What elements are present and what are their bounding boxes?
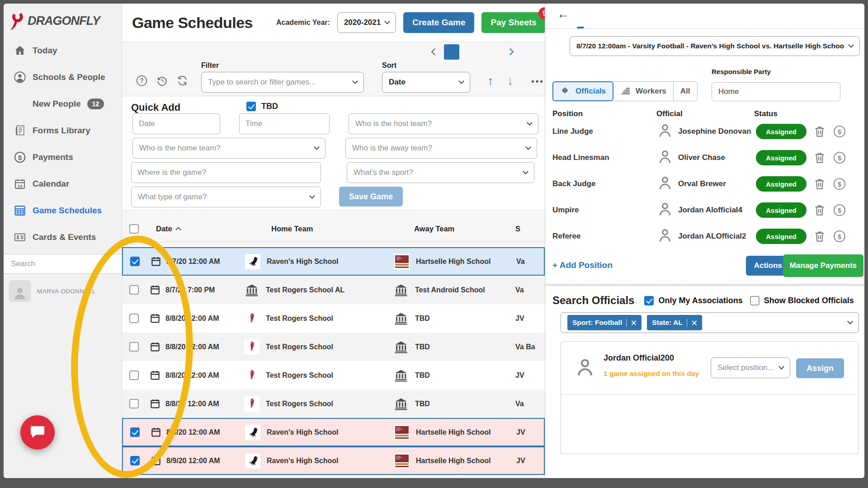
manage-payments-button[interactable]: Manage Payments <box>783 254 863 277</box>
table-row-8-9-20-12-00-am[interactable]: 8/9/20 12:00 AM Raven's High School Hart… <box>122 446 545 475</box>
remove-tag-icon[interactable] <box>631 320 637 326</box>
refresh-icon[interactable] <box>176 75 189 87</box>
sidebar-item-label: New People <box>33 99 81 109</box>
more-options-icon[interactable] <box>531 76 544 86</box>
add-position-link[interactable]: + Add Position <box>552 260 613 270</box>
row-checkbox[interactable] <box>129 314 139 323</box>
select-all-checkbox[interactable] <box>129 224 139 234</box>
table-row-8-7-20-7-00-pm[interactable]: 8/7/20 7:00 PM Test Rogers School AL Tes… <box>122 276 545 304</box>
away-team-select[interactable]: Who is the away team? <box>345 138 537 159</box>
bleachers-icon <box>620 85 631 98</box>
game-type-select[interactable]: What type of game? <box>131 187 321 207</box>
sidebar-item-schools-people[interactable]: Schools & People <box>4 64 122 90</box>
pay-sheets-button[interactable]: Pay Sheets <box>481 12 545 33</box>
dollar-circle-icon[interactable]: $ <box>833 151 846 164</box>
game-selector[interactable]: 8/7/20 12:00am - Varsity Football - Rave… <box>570 36 860 56</box>
back-arrow-icon[interactable] <box>557 7 569 21</box>
table-row-8-8-20-12-00-am[interactable]: 8/8/20 12:00 AM Test Rogers School TBD J… <box>122 361 545 389</box>
chat-bubble-icon <box>29 423 46 442</box>
dollar-circle-icon[interactable]: $ <box>833 177 846 191</box>
sidebar-item-payments[interactable]: $ Payments <box>4 144 122 170</box>
official-row-back-judge: Back Judge Orval Brewer Assigned $ <box>545 171 864 197</box>
status-badge[interactable]: Assigned <box>756 229 807 244</box>
trash-icon[interactable] <box>813 230 826 243</box>
official-filter-select[interactable]: Sport: Football State: AL <box>561 312 859 333</box>
status-badge[interactable]: Assigned <box>756 124 807 139</box>
parrot-icon <box>244 339 259 355</box>
filter-tag-sport-football[interactable]: Sport: Football <box>567 315 642 330</box>
row-checkbox[interactable] <box>129 285 139 295</box>
help-icon[interactable]: ? <box>136 75 148 87</box>
page-number-1[interactable] <box>444 44 459 60</box>
only-my-associations-checkbox[interactable] <box>644 296 654 305</box>
home-team-name: Raven's High School <box>267 457 339 465</box>
row-checkbox[interactable] <box>130 456 140 465</box>
remove-tag-icon[interactable] <box>691 320 697 326</box>
table-row-8-8-20-12-00-am[interactable]: 8/8/20 12:00 AM Test Rogers School TBD V… <box>122 389 545 418</box>
sidebar-item-today[interactable]: Today <box>4 37 122 64</box>
sort-descending-arrow-icon[interactable] <box>507 75 514 87</box>
row-checkbox[interactable] <box>129 342 139 352</box>
date-column-header[interactable]: Date <box>149 225 244 233</box>
academic-year-select[interactable]: 2020-2021 <box>337 12 396 33</box>
dollar-circle-icon[interactable]: $ <box>833 230 846 243</box>
select-position-dropdown[interactable]: Select position... <box>711 357 790 378</box>
sidebar-item-forms-library[interactable]: Forms Library <box>4 117 122 144</box>
sidebar-search-input[interactable] <box>4 254 122 274</box>
officials-toggle-button[interactable]: Officials <box>552 81 613 101</box>
row-checkbox[interactable] <box>130 427 140 437</box>
filter-tag-state-al[interactable]: State: AL <box>647 315 702 330</box>
sidebar-item-cards-events[interactable]: Cards & Events <box>4 224 122 250</box>
row-checkbox[interactable] <box>129 371 139 380</box>
next-page-chevron-icon[interactable] <box>507 48 514 56</box>
sport-select[interactable]: What's the sport? <box>347 162 534 183</box>
dollar-circle-icon[interactable]: $ <box>833 203 846 217</box>
filter-search-select[interactable]: Type to search or filter games... <box>201 72 364 93</box>
sort-select[interactable]: Date <box>382 72 470 93</box>
trash-icon[interactable] <box>813 151 826 164</box>
previous-page-chevron-icon[interactable] <box>431 48 439 56</box>
sidebar-item-new-people[interactable]: New People 12 <box>4 90 122 117</box>
row-checkbox[interactable] <box>129 399 139 408</box>
status-badge[interactable]: Assigned <box>756 150 807 165</box>
home-team-select[interactable]: Who is the home team? <box>132 138 326 159</box>
sidebar-item-calendar[interactable]: 14 Calendar <box>4 170 122 197</box>
tbd-checkbox[interactable] <box>246 102 256 111</box>
trash-icon[interactable] <box>813 177 826 191</box>
quick-add-date-input[interactable] <box>132 113 220 134</box>
trash-icon[interactable] <box>813 125 826 138</box>
sidebar-item-game-schedules[interactable]: Game Schedules <box>4 197 122 224</box>
table-row-8-8-20-12-00-am[interactable]: 8/8/20 12:00 AM Test Rogers School TBD V… <box>122 333 545 361</box>
official-name: Josephine Donovan <box>678 127 756 136</box>
row-checkbox[interactable] <box>130 257 140 266</box>
games-table-body: 8/7/20 12:00 AM Raven's High School Hart… <box>122 247 545 475</box>
sort-ascending-arrow-icon[interactable] <box>487 75 494 87</box>
dollar-circle-icon[interactable]: $ <box>833 125 846 138</box>
calendar-icon <box>149 398 161 410</box>
assign-button[interactable]: Assign <box>796 358 844 378</box>
quick-add-time-input[interactable] <box>239 113 330 134</box>
table-row-8-7-20-12-00-am[interactable]: 8/7/20 12:00 AM Raven's High School Hart… <box>122 247 545 276</box>
save-game-button[interactable]: Save Game <box>339 187 403 206</box>
sidebar-item-label: Calendar <box>33 179 69 189</box>
user-profile[interactable]: MARVA ODONNELL <box>4 274 122 308</box>
filter-toolbar: ? Filter Type to search or filter games.… <box>122 61 545 96</box>
game-location-input[interactable] <box>131 162 321 183</box>
chevron-down-icon <box>778 364 784 370</box>
history-icon[interactable] <box>156 75 168 87</box>
page-number-2[interactable] <box>465 44 480 60</box>
create-game-button[interactable]: Create Game <box>403 12 474 33</box>
status-badge[interactable]: Assigned <box>756 202 807 218</box>
trash-icon[interactable] <box>813 203 826 217</box>
workers-toggle-button[interactable]: Workers <box>613 81 674 101</box>
all-toggle-button[interactable]: All <box>674 81 698 101</box>
responsible-party-input[interactable] <box>712 82 840 101</box>
page-number-3[interactable] <box>486 44 501 60</box>
chat-support-button[interactable] <box>20 415 55 450</box>
table-row-8-8-20-12-00-am[interactable]: 8/8/20 12:00 AM Test Rogers School TBD J… <box>122 304 545 333</box>
status-badge[interactable]: Assigned <box>756 176 807 192</box>
table-row-8-8-20-12-00-am[interactable]: 8/8/20 12:00 AM Raven's High School Hart… <box>122 418 545 446</box>
home-team-name: Raven's High School <box>267 428 339 436</box>
host-team-select[interactable]: Who is the host team? <box>349 113 538 134</box>
show-blocked-officials-checkbox[interactable] <box>750 296 760 305</box>
